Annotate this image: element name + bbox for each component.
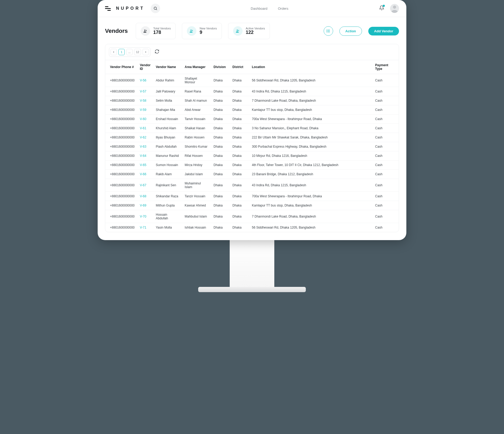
cell-location: 43 Indira Rd, Dhaka 1215, Bangladesh [249,179,372,192]
cell-location: 300 Purbachal Express Highway, Dhaka, Ba… [249,142,372,151]
search-button[interactable] [151,4,160,13]
table-row[interactable]: +8801600000000V-68Shikandar RazaTanzir H… [105,192,399,201]
cell-phone: +8801600000000 [105,142,137,151]
users-icon [235,29,240,33]
cell-district: Dhaka [230,192,249,201]
cell-vendor-id[interactable]: V-56 [137,74,153,87]
th-dist[interactable]: District [230,60,249,74]
cell-vendor-id[interactable]: V-64 [137,151,153,161]
table-row[interactable]: +8801600000000V-65Sumon HossainMirza Hri… [105,161,399,170]
page-next-button[interactable] [143,49,149,55]
cell-district: Dhaka [230,115,249,124]
stat-total-vendors: Total Vendors 178 [136,23,176,39]
cell-phone: +8801600000000 [105,87,137,96]
table-row[interactable]: +8801600000000V-70Hossain AbdullahMahbub… [105,210,399,223]
cell-location: 56 Siddheswari Rd, Dhaka 1205, Banglades… [249,74,372,87]
table-row[interactable]: +8801600000000V-60Ershad HossainTanvir H… [105,115,399,124]
nav-orders[interactable]: Orders [278,7,288,11]
cell-division: Dhaka [211,192,230,201]
cell-phone: +8801600000000 [105,192,137,201]
table-row[interactable]: +8801600000000V-64Manunur RashidRifat Ho… [105,151,399,161]
cell-district: Dhaka [230,201,249,210]
cell-phone: +8801600000000 [105,161,137,170]
svg-point-7 [237,30,238,31]
cell-vendor-id[interactable]: V-69 [137,201,153,210]
cell-vendor-id[interactable]: V-63 [137,142,153,151]
add-vendor-button[interactable]: Add Vendor [368,27,399,35]
cell-vendor-id[interactable]: V-67 [137,179,153,192]
users-icon [189,29,194,33]
table-row[interactable]: +8801600000000V-62Iliyas BhuiyanRabin Ho… [105,133,399,142]
avatar-icon [390,4,399,13]
cell-name: Manunur Rashid [153,151,182,161]
cell-division: Dhaka [211,170,230,179]
cell-location: 7 Dhanmondi Lake Road, Dhaka, Bangladesh [249,96,372,105]
users-icon [143,29,148,33]
cell-vendor-id[interactable]: V-59 [137,105,153,115]
cell-payment: Cash [372,161,399,170]
list-icon [326,29,330,33]
table-row[interactable]: +8801600000000V-56Abdur RahimShafayet Mo… [105,74,399,87]
cell-name: Khurshid Alam [153,124,182,133]
th-name[interactable]: Vendor Name [153,60,182,74]
th-pay[interactable]: Payment Type [372,60,399,74]
cell-vendor-id[interactable]: V-68 [137,192,153,201]
cell-vendor-id[interactable]: V-71 [137,223,153,232]
monitor-base [198,287,306,292]
menu-toggle-icon[interactable] [105,5,111,12]
cell-payment: Cash [372,210,399,223]
cell-name: Sumon Hossain [153,161,182,170]
action-button[interactable]: Action [339,27,362,36]
th-loc[interactable]: Location [249,60,372,74]
cell-division: Dhaka [211,142,230,151]
cell-payment: Cash [372,151,399,161]
cell-payment: Cash [372,124,399,133]
cell-vendor-id[interactable]: V-58 [137,96,153,105]
cell-manager: Rifat Hossen [182,151,211,161]
list-view-button[interactable] [324,26,333,36]
th-id[interactable]: Vendor ID [137,60,153,74]
cell-phone: +8801600000000 [105,223,137,232]
pagination: 1 ... 12 [109,47,150,57]
cell-payment: Cash [372,115,399,124]
cell-vendor-id[interactable]: V-62 [137,133,153,142]
cell-payment: Cash [372,133,399,142]
notifications-button[interactable] [379,5,384,12]
table-row[interactable]: +8801600000000V-67Rajinikant SenMuhaimin… [105,179,399,192]
user-avatar[interactable] [390,4,399,13]
page-last-button[interactable]: 12 [134,49,141,55]
refresh-button[interactable] [154,48,160,56]
cell-location: 10 Mirpur Rd, Dhaka 1216, Bangladesh [249,151,372,161]
page-prev-button[interactable] [111,49,117,55]
cell-manager: Mahbubul Islam [182,210,211,223]
cell-vendor-id[interactable]: V-66 [137,170,153,179]
table-row[interactable]: +8801600000000V-71Yasin MollaIshtiak Hos… [105,223,399,232]
cell-vendor-id[interactable]: V-70 [137,210,153,223]
table-row[interactable]: +8801600000000V-59Shahajan MiaAbid Anwar… [105,105,399,115]
table-row[interactable]: +8801600000000V-69Mithun GuptaKawsar Ahm… [105,201,399,210]
table-row[interactable]: +8801600000000V-58Selim MollaShah Al mam… [105,96,399,105]
cell-vendor-id[interactable]: V-57 [137,87,153,96]
table-row[interactable]: +8801600000000V-63Piash AbdullahShomitro… [105,142,399,151]
cell-manager: Muhaiminul Islam [182,179,211,192]
cell-district: Dhaka [230,223,249,232]
cell-manager: Kawsar Ahmed [182,201,211,210]
cell-name: Mithun Gupta [153,201,182,210]
th-phone[interactable]: Vendor Phone # [105,60,137,74]
cell-district: Dhaka [230,87,249,96]
cell-vendor-id[interactable]: V-60 [137,115,153,124]
th-mgr[interactable]: Area Manager [182,60,211,74]
cell-phone: +8801600000000 [105,133,137,142]
cell-vendor-id[interactable]: V-61 [137,124,153,133]
cell-vendor-id[interactable]: V-65 [137,161,153,170]
cell-division: Dhaka [211,96,230,105]
page-1-button[interactable]: 1 [118,49,125,55]
table-row[interactable]: +8801600000000V-66Rakib AlamJakidul Isla… [105,170,399,179]
svg-point-6 [192,30,193,31]
table-row[interactable]: +8801600000000V-61Khurshid AlamShaikat H… [105,124,399,133]
th-div[interactable]: Division [211,60,230,74]
cell-payment: Cash [372,201,399,210]
table-row[interactable]: +8801600000000V-57Jalil PatowaryRasel Ra… [105,87,399,96]
stat-new-vendors: New Vendors 9 [182,23,222,39]
nav-dashboard[interactable]: Dashboard [251,7,267,11]
